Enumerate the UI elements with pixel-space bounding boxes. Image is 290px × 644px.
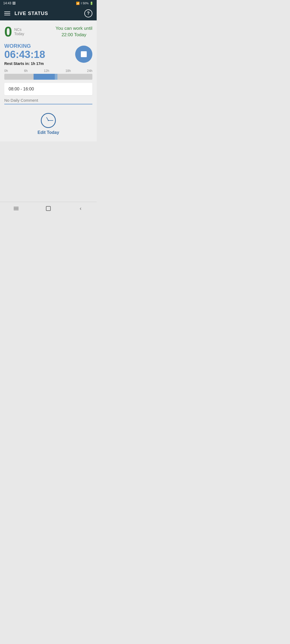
edit-today-button[interactable]: Edit Today (4, 109, 92, 137)
clock-face (42, 114, 55, 127)
home-icon (46, 206, 51, 211)
battery-icon: 🔋 (90, 2, 93, 5)
work-until-line1: You can work until (56, 25, 92, 32)
comment-section[interactable] (4, 98, 92, 104)
timeline-label-12h: 12h (44, 69, 49, 73)
time-display: 14:43 (3, 1, 11, 5)
time-range-value: 08:00 - 16:00 (9, 87, 34, 91)
working-label: WORKING (4, 43, 45, 49)
main-content: 0 NCs Today You can work until 22:00 Tod… (0, 20, 97, 141)
recents-icon (14, 207, 19, 210)
top-info-row: 0 NCs Today You can work until 22:00 Tod… (4, 25, 92, 39)
status-time: 14:43 🖼 (3, 1, 16, 5)
header: LIVE STATUS ? (0, 6, 97, 20)
bottom-nav: ‹ (0, 202, 97, 215)
photo-icon: 🖼 (12, 1, 16, 5)
timeline-label-18h: 18h (66, 69, 71, 73)
nc-block: 0 NCs Today (4, 25, 24, 39)
timeline-label-6h: 6h (24, 69, 28, 73)
nc-label-2: Today (14, 32, 24, 36)
help-button[interactable]: ? (84, 9, 92, 17)
signal-icon: Ⅰ (81, 2, 82, 5)
working-time: 06:43:18 (4, 49, 45, 60)
stop-button[interactable] (75, 46, 92, 63)
nav-back[interactable]: ‹ (75, 203, 86, 214)
nc-label-1: NCs (14, 27, 24, 32)
status-icons: 📶 Ⅰ 50% 🔋 (76, 2, 93, 5)
status-bar: 14:43 🖼 📶 Ⅰ 50% 🔋 (0, 0, 97, 6)
help-icon: ? (87, 11, 90, 16)
daily-comment-input[interactable] (4, 98, 92, 103)
timeline-labels: 0h 6h 12h 18h 24h (4, 69, 92, 73)
page-title: LIVE STATUS (15, 11, 48, 16)
clock-minute-hand (48, 120, 53, 121)
nav-home[interactable] (43, 203, 54, 214)
battery-display: 50% (83, 2, 89, 5)
hamburger-menu[interactable] (4, 12, 10, 15)
time-range: 08:00 - 16:00 (4, 83, 92, 95)
timeline-bar (4, 74, 92, 80)
back-icon: ‹ (80, 205, 82, 211)
work-until-line2: 22:00 Today (56, 32, 92, 38)
timeline: 0h 6h 12h 18h 24h (4, 69, 92, 80)
nc-label: NCs Today (14, 27, 24, 36)
nc-count: 0 (4, 25, 12, 39)
nav-recents[interactable] (11, 203, 21, 214)
header-left: LIVE STATUS (4, 11, 48, 16)
edit-today-label: Edit Today (38, 130, 59, 135)
timeline-label-0h: 0h (4, 69, 8, 73)
stop-icon (81, 51, 87, 57)
work-until: You can work until 22:00 Today (56, 25, 92, 38)
working-section: WORKING 06:43:18 Rest Starts in: 1h 17m (4, 43, 92, 66)
timeline-current (55, 74, 57, 80)
timeline-worked (34, 74, 55, 80)
timeline-label-24h: 24h (87, 69, 92, 73)
rest-starts: Rest Starts in: 1h 17m (4, 61, 45, 66)
working-info: WORKING 06:43:18 Rest Starts in: 1h 17m (4, 43, 45, 66)
clock-icon (41, 113, 56, 128)
wifi-icon: 📶 (76, 2, 80, 5)
